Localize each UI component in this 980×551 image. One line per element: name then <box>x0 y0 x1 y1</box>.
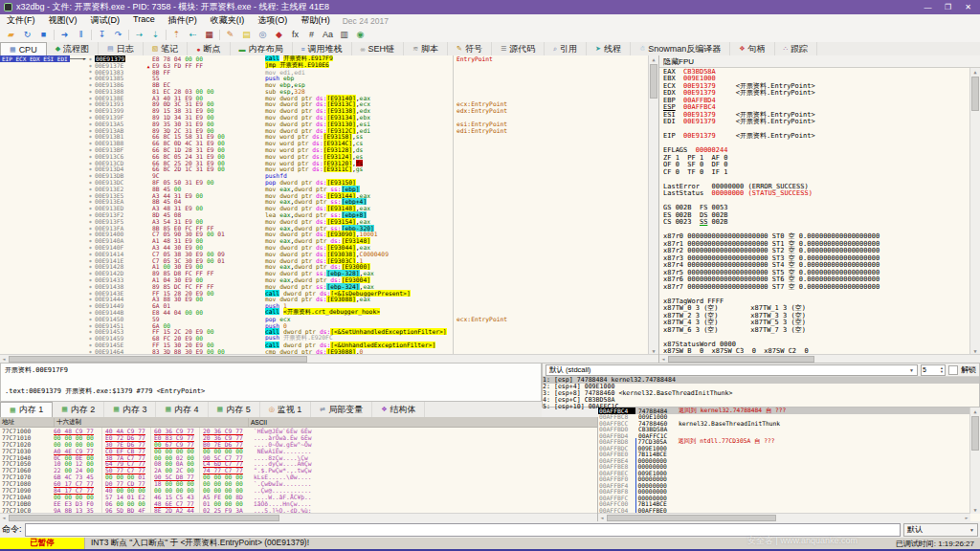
breakpoint-dot[interactable]: ● <box>86 336 95 341</box>
scroll-thumb[interactable] <box>607 515 776 521</box>
stack-hscrollbar[interactable]: ◄ ► <box>598 513 970 521</box>
breakpoint-dot[interactable]: ● <box>86 264 95 269</box>
breakpoint-dot[interactable]: ● <box>86 69 95 74</box>
minimize-button[interactable]: — <box>920 3 936 11</box>
dump-hscrollbar[interactable]: ◄ <box>0 513 597 521</box>
breakpoint-dot[interactable]: ● <box>86 56 95 61</box>
dump-row[interactable]: 77C7105010 00 12 0064 79 C7 7708 00 0A 0… <box>0 460 597 467</box>
disasm-vscrollbar[interactable]: ▲ ▼ <box>648 55 658 355</box>
breakpoint-dot[interactable]: ● <box>86 154 95 159</box>
dump-row[interactable]: 77C7102000 00 00 0030 7E D6 7700 67 C9 7… <box>0 441 597 448</box>
scroll-thumb[interactable] <box>9 356 307 363</box>
menu-item[interactable]: 插件(P) <box>162 14 204 27</box>
scroll-up-arrow[interactable]: ▲ <box>970 68 980 76</box>
tab-源代码[interactable]: ☰源代码 <box>492 42 545 55</box>
animate-icon[interactable]: ▦ <box>201 27 217 42</box>
clear-icon[interactable]: ◆ <box>271 27 287 42</box>
breakpoint-dot[interactable]: ● <box>86 161 95 165</box>
tab-内存布局[interactable]: ▬内存布局 <box>231 42 293 55</box>
register-line[interactable]: x87TW_6 3 (空) x87TW_7 3 (空) <box>663 326 970 334</box>
tab-调用堆栈[interactable]: ≡调用堆栈 <box>293 42 352 55</box>
scroll-thumb[interactable] <box>971 77 979 111</box>
breakpoint-dot[interactable]: ● <box>86 121 95 126</box>
open-file-icon[interactable]: ▰ <box>3 27 19 42</box>
tab-内存 1[interactable]: ▦内存 1 <box>0 402 53 418</box>
tab-流程图[interactable]: ◆流程图 <box>47 42 99 55</box>
breakpoint-dot[interactable]: ● <box>86 219 95 224</box>
breakpoint-dot[interactable]: ● <box>86 141 95 145</box>
breakpoint-dot[interactable]: ● <box>86 252 95 256</box>
breakpoint-dot[interactable]: ● <box>86 342 95 347</box>
tab-内存 2[interactable]: ▦内存 2 <box>53 402 104 417</box>
scroll-left-arrow[interactable]: ◄ <box>598 514 606 521</box>
menu-item[interactable]: Trace <box>126 14 162 27</box>
run-icon[interactable]: ➜ <box>56 27 73 42</box>
close-button[interactable]: ✕ <box>960 3 976 11</box>
registers-vscrollbar[interactable]: ▲ ▼ <box>969 68 980 355</box>
register-line[interactable]: LastStatus 00000000 (STATUS_SUCCESS) <box>663 190 970 198</box>
tab-跟踪[interactable]: ∴跟踪 <box>775 42 817 55</box>
breakpoint-dot[interactable]: ● <box>86 173 95 178</box>
menu-item[interactable]: 收藏夹(I) <box>204 14 252 27</box>
scroll-right-arrow[interactable]: ► <box>963 514 970 521</box>
dump-row[interactable]: 77C710706B 4C 73 4500 00 00 0190 5C D8 7… <box>0 474 597 480</box>
tab-笔记[interactable]: ▧笔记 <box>144 42 189 55</box>
command-input[interactable] <box>25 523 901 537</box>
breakpoint-dot[interactable]: ● <box>86 63 95 68</box>
register-line[interactable]: x87r7 00000000000000000000 ST7 空 0.00000… <box>663 283 970 291</box>
patch-icon[interactable]: ✎ <box>222 27 238 42</box>
tab-结构体[interactable]: ❖结构体 <box>372 402 425 417</box>
breakpoint-dot[interactable]: ● <box>86 108 95 113</box>
breakpoint-dot[interactable]: ● <box>86 82 95 87</box>
breakpoint-dot[interactable]: ● <box>86 101 95 106</box>
dump-row[interactable]: 77C71030A0 4E C9 77C0 EF CB 7700 00 00 0… <box>0 448 597 454</box>
fx-icon[interactable]: fx <box>287 27 303 42</box>
menu-item[interactable]: 视图(V) <box>42 14 84 27</box>
breakpoint-dot[interactable]: ● <box>86 310 95 315</box>
hash-icon[interactable]: # <box>303 27 320 42</box>
argument-count-stepper[interactable]: 5 ▲▼ <box>921 364 946 376</box>
breakpoint-dot[interactable]: ● <box>86 134 95 139</box>
unlock-checkbox[interactable] <box>948 365 958 375</box>
step-over-icon[interactable]: ↷ <box>110 27 126 42</box>
scroll-thumb[interactable] <box>9 515 279 521</box>
breakpoint-dot[interactable]: ● <box>86 271 95 276</box>
tab-线程[interactable]: ➤线程 <box>587 42 631 55</box>
hide-fpu-button[interactable]: 隐藏FPU <box>659 55 980 68</box>
tab-脚本[interactable]: ≋脚本 <box>404 42 448 55</box>
stack-vscrollbar[interactable]: ▲ ▼ <box>969 408 980 514</box>
tab-内存 4[interactable]: ▦内存 4 <box>156 402 208 417</box>
breakpoint-dot[interactable]: ● <box>86 238 95 243</box>
scroll-thumb[interactable] <box>668 356 814 363</box>
breakpoint-dot[interactable]: ● <box>86 206 95 210</box>
breakpoint-dot[interactable]: ● <box>86 258 95 263</box>
tab-断点[interactable]: ●断点 <box>188 42 230 55</box>
register-line[interactable]: EDI 00E91379 <开票资料.EntryPoint> <box>663 119 970 126</box>
menu-item[interactable]: 选项(O) <box>251 14 294 27</box>
stack-pane[interactable]: 00AFFBC474788484返回到 kernel32.74788484 自 … <box>598 408 980 521</box>
breakpoint-dot[interactable]: ● <box>86 317 95 321</box>
bookmark-icon[interactable]: ◎ <box>255 27 271 42</box>
menu-item[interactable]: 帮助(H) <box>294 14 337 27</box>
execute-till-return-icon[interactable]: ⇢ <box>131 27 147 42</box>
dump-row[interactable]: 77C710400C 00 0E 0038 7A C7 7700 00 02 0… <box>0 454 597 461</box>
registers-pane[interactable]: 隐藏FPU EAX CB3BD58AEBX 009E1000ECX 00E913… <box>659 55 980 363</box>
font-icon[interactable]: Aa <box>320 27 336 42</box>
tab-引用[interactable]: ⌕引用 <box>545 42 587 55</box>
breakpoint-dot[interactable]: ● <box>86 193 95 198</box>
scroll-left-arrow[interactable]: ◄ <box>0 514 8 521</box>
globe-icon[interactable]: ◉ <box>352 27 368 42</box>
command-scope-select[interactable]: 默认 ▼ <box>903 523 978 537</box>
register-line[interactable]: CS 0023 SS 002B <box>663 219 970 227</box>
breakpoint-dot[interactable]: ● <box>86 226 95 231</box>
tab-日志[interactable]: ▤日志 <box>99 42 144 55</box>
tab-CPU[interactable]: ▦CPU <box>0 42 47 56</box>
dump-row[interactable]: 77C7106022 00 24 0050 77 C7 772A 00 2C 0… <box>0 467 597 474</box>
scroll-left-arrow[interactable]: ◄ <box>659 355 667 363</box>
run-to-user-code-icon[interactable]: ⇡ <box>168 27 185 42</box>
registers-hscrollbar[interactable]: ◄ <box>659 354 980 363</box>
stop-icon[interactable]: ■ <box>35 27 52 42</box>
breakpoint-dot[interactable]: ● <box>86 187 95 191</box>
scroll-thumb[interactable] <box>650 64 657 99</box>
breakpoint-dot[interactable]: ● <box>86 323 95 328</box>
